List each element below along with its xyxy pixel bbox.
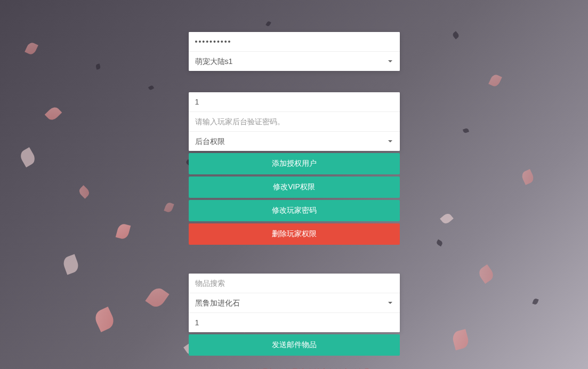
player-id-input[interactable] [189,92,400,112]
mail-panel: 黑鲁加进化石 [189,274,400,332]
add-authorized-user-button[interactable]: 添加授权用户 [189,153,400,174]
auth-panel: 萌宠大陆s1 [189,32,400,71]
permission-select[interactable]: 后台权限 [189,132,400,151]
modify-password-button[interactable]: 修改玩家密码 [189,200,400,221]
delete-permission-button[interactable]: 删除玩家权限 [189,223,400,245]
main-container: 萌宠大陆s1 后台权限 添加授权用户 修改VIP权限 修改玩家密码 删除玩家权限… [189,0,400,369]
modify-vip-button[interactable]: 修改VIP权限 [189,177,400,198]
item-select[interactable]: 黑鲁加进化石 [189,293,400,313]
item-search-input[interactable] [189,274,400,293]
quantity-input[interactable] [189,313,400,332]
admin-password-input[interactable] [189,32,400,52]
player-panel: 后台权限 [189,92,400,151]
send-mail-button[interactable]: 发送邮件物品 [189,334,400,356]
player-verify-input[interactable] [189,112,400,132]
action-button-group: 添加授权用户 修改VIP权限 修改玩家密码 删除玩家权限 [189,153,400,247]
server-select[interactable]: 萌宠大陆s1 [189,52,400,71]
